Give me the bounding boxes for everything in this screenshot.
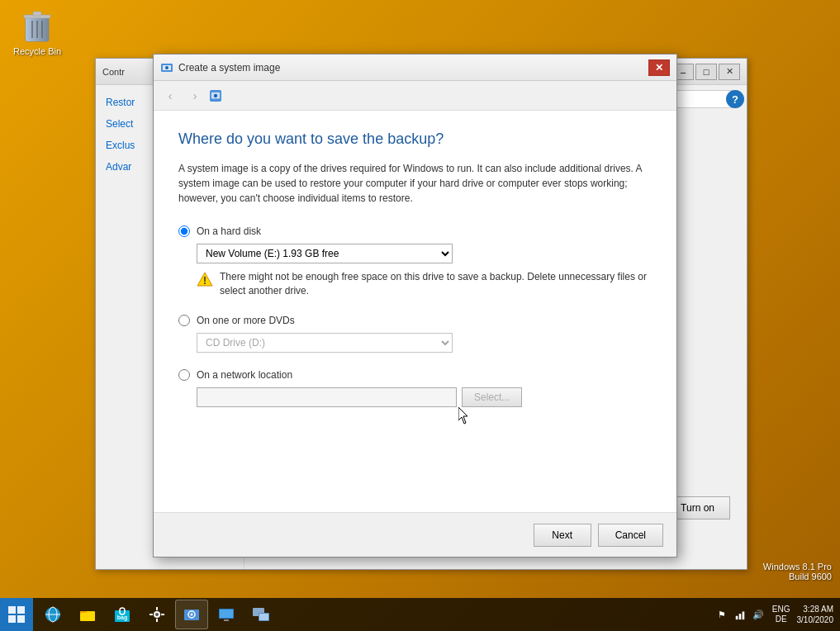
taskbar-items: bag — [33, 600, 708, 629]
svg-point-28 — [155, 613, 159, 616]
svg-rect-6 — [33, 12, 41, 16]
svg-point-35 — [191, 614, 193, 616]
taskbar: bag — [0, 598, 840, 631]
next-button[interactable]: Next — [534, 524, 591, 547]
back-arrow[interactable]: ‹ — [160, 86, 180, 106]
dialog-title-icon — [160, 61, 173, 74]
hard-disk-radio[interactable] — [178, 225, 190, 237]
svg-text:!: ! — [203, 275, 206, 287]
warning-icon: ! — [197, 271, 213, 287]
svg-rect-32 — [161, 614, 164, 615]
dialog-title-text: Create a system image — [178, 62, 648, 74]
svg-rect-31 — [149, 614, 153, 615]
dialog-body: Where do you want to save the backup? A … — [154, 111, 676, 512]
bg-window-controls: – □ ✕ — [672, 64, 740, 80]
nav-icon — [210, 90, 221, 102]
svg-rect-29 — [156, 607, 158, 610]
tray-icons: ⚑ 🔊 — [714, 607, 766, 622]
dvd-section: On one or more DVDs CD Drive (D:) — [178, 315, 652, 353]
help-icon[interactable]: ? — [726, 90, 744, 108]
svg-rect-42 — [736, 616, 738, 619]
hard-disk-dropdown[interactable]: New Volume (E:) 1.93 GB free — [197, 244, 453, 263]
close-bg-button[interactable]: ✕ — [719, 64, 740, 80]
svg-point-11 — [214, 93, 217, 97]
cancel-button[interactable]: Cancel — [598, 524, 663, 547]
svg-rect-38 — [224, 619, 229, 621]
maximize-button[interactable]: □ — [695, 64, 717, 80]
clock-date: 3/10/2020 — [797, 614, 834, 625]
recycle-bin-icon — [21, 8, 54, 45]
language-indicator[interactable]: ENGDE — [772, 605, 790, 624]
select-button[interactable]: Select... — [462, 387, 522, 407]
svg-rect-30 — [156, 619, 158, 622]
store-taskbar-item[interactable]: bag — [106, 600, 139, 629]
os-info: Windows 8.1 Pro Build 9600 — [763, 562, 832, 581]
dvd-option-row: On one or more DVDs — [178, 315, 652, 326]
dialog-titlebar: Create a system image ✕ — [154, 55, 676, 81]
network-section: On a network location Select... — [178, 369, 652, 407]
desktop: Recycle Bin Contr – □ ✕ Restor Select Ex… — [0, 0, 840, 631]
file-explorer-taskbar-item[interactable] — [71, 600, 104, 629]
recycle-bin[interactable]: Recycle Bin — [8, 8, 66, 56]
network-radio[interactable] — [178, 369, 190, 381]
dialog-nav-bar: ‹ › — [154, 81, 676, 111]
svg-rect-14 — [8, 606, 16, 614]
volume-tray-icon[interactable]: 🔊 — [751, 607, 766, 622]
dvd-radio[interactable] — [178, 315, 190, 326]
hard-disk-label[interactable]: On a hard disk — [197, 225, 261, 237]
dialog-description: A system image is a copy of the drives r… — [178, 161, 652, 206]
system-clock[interactable]: 3:28 AM 3/10/2020 — [797, 604, 834, 625]
network-option-row: On a network location — [178, 369, 652, 381]
hard-disk-option-row: On a hard disk — [178, 225, 652, 237]
clock-time: 3:28 AM — [797, 604, 834, 614]
system-tray: ⚑ 🔊 ENGDE 3:28 AM 3/10/2020 — [708, 604, 840, 625]
os-build: Build 9600 — [763, 572, 832, 581]
internet-explorer-taskbar-item[interactable] — [36, 600, 69, 629]
svg-point-9 — [165, 66, 168, 69]
remote-desktop-taskbar-item[interactable] — [210, 600, 243, 629]
start-button[interactable] — [0, 598, 33, 631]
network-input-row: Select... — [197, 387, 652, 407]
svg-rect-41 — [259, 614, 268, 620]
svg-rect-15 — [17, 606, 25, 614]
svg-rect-16 — [8, 615, 16, 623]
svg-rect-44 — [742, 612, 744, 620]
svg-rect-43 — [739, 614, 742, 619]
dialog-close-button[interactable]: ✕ — [648, 59, 670, 76]
network-location-input[interactable] — [197, 387, 457, 407]
forward-arrow[interactable]: › — [185, 86, 205, 106]
dvd-dropdown[interactable]: CD Drive (D:) — [197, 333, 453, 353]
dialog-heading: Where do you want to save the backup? — [178, 130, 652, 148]
display-taskbar-item[interactable] — [244, 600, 278, 629]
warning-row: ! There might not be enough free space o… — [197, 270, 652, 298]
hard-disk-dropdown-row: New Volume (E:) 1.93 GB free — [197, 244, 652, 263]
dvd-dropdown-row: CD Drive (D:) — [197, 333, 652, 353]
svg-text:bag: bag — [117, 614, 127, 621]
dialog-footer: Next Cancel — [154, 512, 676, 557]
warning-text: There might not be enough free space on … — [220, 270, 652, 298]
svg-rect-23 — [81, 613, 94, 621]
recycle-bin-label: Recycle Bin — [13, 46, 61, 56]
svg-rect-17 — [17, 615, 25, 623]
flag-tray-icon[interactable]: ⚑ — [714, 607, 729, 622]
backup-taskbar-item[interactable] — [175, 600, 208, 629]
network-tray-icon[interactable] — [733, 607, 747, 622]
svg-rect-37 — [220, 610, 233, 618]
network-label[interactable]: On a network location — [197, 369, 292, 381]
hard-disk-section: On a hard disk New Volume (E:) 1.93 GB f… — [178, 225, 652, 298]
settings-taskbar-item[interactable] — [140, 600, 173, 629]
create-system-image-dialog: Create a system image ✕ ‹ › Where do you… — [153, 54, 677, 557]
dvd-label[interactable]: On one or more DVDs — [197, 315, 295, 326]
os-name: Windows 8.1 Pro — [763, 562, 832, 572]
